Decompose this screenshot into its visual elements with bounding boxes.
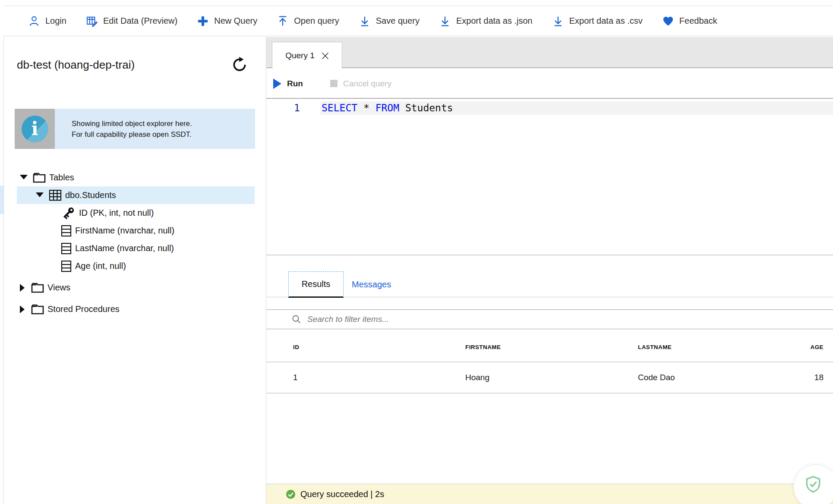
sql-plain: *: [357, 102, 375, 113]
line-number: 1: [294, 102, 300, 113]
tree-item-column-id[interactable]: ID (PK, int, not null): [4, 204, 266, 222]
new-query-label: New Query: [214, 16, 257, 26]
cell-id: 1: [293, 373, 465, 382]
chevron-expanded-icon[interactable]: [20, 175, 28, 181]
tree-label-stored-procedures: Stored Procedures: [47, 304, 120, 314]
selection-indicator-strip: [0, 186, 3, 214]
info-banner: i Showing limited object explorer here. …: [15, 109, 255, 149]
tab-results[interactable]: Results: [288, 271, 344, 298]
tree-item-column-age[interactable]: Age (int, null): [4, 257, 266, 275]
tree-label-column-lastname: LastName (nvarchar, null): [75, 243, 174, 253]
cancel-square-icon: [330, 80, 338, 87]
feedback-label: Feedback: [679, 16, 717, 26]
folder-icon: [31, 304, 44, 315]
plus-icon: [197, 15, 209, 27]
column-icon: [61, 260, 72, 272]
sql-keyword: FROM: [375, 102, 399, 113]
cell-age: 18: [771, 373, 824, 382]
tree-item-dbo-students[interactable]: dbo.Students: [17, 186, 255, 204]
edit-data-label: Edit Data (Preview): [103, 16, 177, 26]
tab-messages[interactable]: Messages: [352, 271, 391, 298]
key-icon: [61, 206, 76, 220]
heart-icon: [662, 15, 674, 27]
run-play-icon[interactable]: [273, 79, 281, 89]
results-header-row: ID FIRSTNAME LASTNAME AGE: [266, 329, 833, 362]
tree-item-column-lastname[interactable]: LastName (nvarchar, null): [4, 239, 266, 257]
tree-item-column-firstname[interactable]: FirstName (nvarchar, null): [4, 222, 266, 239]
table-row[interactable]: 1 Hoang Code Dao 18: [266, 362, 833, 394]
status-bar: Query succeeded | 2s: [266, 484, 833, 504]
download-arrow-icon: [552, 15, 564, 27]
tree-label-dbo-students: dbo.Students: [65, 190, 116, 200]
shield-check-icon: [804, 475, 823, 494]
open-query-label: Open query: [294, 16, 339, 26]
editor-results-splitter[interactable]: [266, 255, 833, 255]
refresh-icon[interactable]: [231, 57, 248, 73]
editor-tabstrip: [266, 37, 833, 68]
info-icon: i: [22, 116, 48, 142]
header-id: ID: [293, 344, 465, 350]
column-icon: [61, 225, 72, 237]
folder-icon: [31, 282, 44, 293]
cell-lastname: Code Dao: [638, 373, 771, 382]
sql-editor[interactable]: 1 SELECT * FROM Students: [266, 100, 833, 255]
object-explorer-sidebar: db-test (hoang-dep-trai) i Showing limit…: [3, 36, 266, 504]
feedback-button[interactable]: Feedback: [662, 15, 717, 27]
sql-keyword: SELECT: [322, 102, 357, 113]
login-label: Login: [45, 16, 66, 26]
open-query-button[interactable]: Open query: [277, 15, 339, 27]
chevron-collapsed-icon[interactable]: [20, 284, 26, 292]
save-query-button[interactable]: Save query: [359, 15, 420, 27]
results-tab-label: Results: [302, 279, 331, 289]
tree-item-tables[interactable]: Tables: [4, 169, 266, 186]
info-line-1: Showing limited object explorer here.: [72, 118, 255, 129]
tree-item-stored-procedures[interactable]: Stored Procedures: [4, 300, 266, 318]
download-arrow-icon: [439, 15, 451, 27]
edit-data-button[interactable]: Edit Data (Preview): [86, 15, 177, 27]
search-icon: [291, 314, 302, 324]
export-json-button[interactable]: Export data as .json: [439, 15, 533, 27]
success-check-icon: [286, 489, 296, 499]
chevron-expanded-icon[interactable]: [36, 192, 44, 198]
info-icon-background: i: [15, 109, 55, 149]
search-input[interactable]: [302, 315, 833, 324]
top-toolbar: Login Edit Data (Preview) New Query Open…: [3, 6, 833, 36]
table-icon: [49, 189, 62, 201]
results-tabstrip-border: [266, 297, 833, 297]
tree-label-tables: Tables: [49, 173, 74, 183]
results-grid: ID FIRSTNAME LASTNAME AGE 1 Hoang Code D…: [266, 329, 833, 394]
tree-label-views: Views: [47, 283, 70, 293]
edit-table-icon: [86, 15, 98, 27]
run-toolbar: Run Cancel query: [266, 69, 833, 99]
tree-label-column-id: ID (PK, int, not null): [79, 208, 154, 218]
sql-code-line: SELECT * FROM Students: [322, 102, 453, 113]
close-icon[interactable]: [322, 52, 329, 60]
tree-label-column-age: Age (int, null): [75, 261, 126, 271]
tree-label-column-firstname: FirstName (nvarchar, null): [75, 226, 174, 236]
person-icon: [28, 15, 40, 27]
sql-plain: Students: [399, 102, 453, 113]
header-firstname: FIRSTNAME: [465, 344, 638, 350]
header-lastname: LASTNAME: [638, 344, 771, 350]
export-json-label: Export data as .json: [456, 16, 533, 26]
cell-firstname: Hoang: [465, 373, 638, 382]
tree-item-views[interactable]: Views: [4, 279, 266, 296]
chevron-collapsed-icon[interactable]: [20, 306, 26, 313]
new-query-button[interactable]: New Query: [197, 15, 257, 27]
login-button[interactable]: Login: [28, 15, 66, 27]
header-age: AGE: [771, 344, 824, 350]
query-tab[interactable]: Query 1: [272, 42, 342, 69]
database-title: db-test (hoang-dep-trai): [17, 58, 231, 72]
folder-icon: [33, 172, 46, 183]
download-arrow-icon: [359, 15, 371, 27]
export-csv-button[interactable]: Export data as .csv: [552, 15, 643, 27]
info-line-2: For full capability please open SSDT.: [72, 129, 255, 140]
upload-arrow-icon: [277, 15, 289, 27]
run-button[interactable]: Run: [287, 79, 303, 88]
query-editor-pane: Query 1 Run Cancel query 1 SELECT * FROM…: [266, 36, 833, 504]
export-csv-label: Export data as .csv: [569, 16, 643, 26]
status-message: Query succeeded | 2s: [300, 489, 384, 499]
column-icon: [61, 243, 72, 255]
cancel-query-button[interactable]: Cancel query: [343, 79, 391, 88]
object-tree: Tables dbo.Students ID (PK, int: [4, 169, 266, 318]
